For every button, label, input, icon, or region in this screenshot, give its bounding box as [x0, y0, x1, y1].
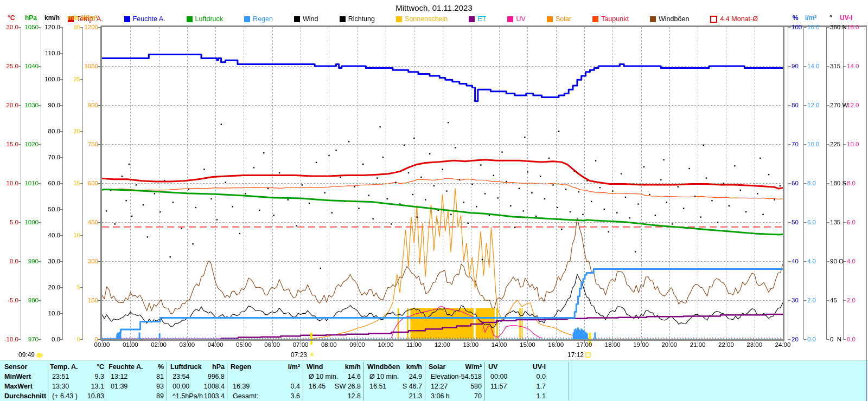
axis-tick-label: 1030 [15, 102, 39, 108]
legend-item: 4.4 Monat-Ø [710, 15, 757, 23]
legend-color-swatch [187, 16, 193, 22]
legend-item: Solar [547, 15, 571, 23]
x-axis-hour-label: 13:00 [459, 341, 483, 348]
x-axis-hour-label: 19:00 [629, 341, 653, 348]
axis-tick-label: 8.0 [847, 180, 856, 186]
axis-tick-label: 50 [792, 219, 799, 225]
legend-item: Wind [294, 15, 318, 23]
legend-item: Richtung [340, 15, 375, 23]
table-cell-value: 9.3 [50, 373, 104, 380]
axis-tick-label: 980 [15, 297, 39, 303]
axis-unit-header: UV-I [840, 14, 852, 22]
x-axis-hour-label: 17:00 [572, 341, 596, 348]
table-row-header: Sensor [4, 363, 27, 371]
axis-tick-label: 450 [74, 219, 98, 225]
axis-tick-label: 30 [792, 297, 799, 303]
table-column-separator [363, 362, 364, 400]
axis-tick-label: 0.0 [807, 337, 816, 342]
x-axis-hour-label: 24:00 [771, 341, 795, 348]
axis-tick-label: 20 [56, 128, 80, 134]
axis-tick-label: 45 [830, 297, 837, 303]
x-axis-hour-label: 18:00 [601, 341, 624, 348]
axis-tick-label: 4.0 [847, 258, 856, 264]
x-axis-hour-label: 09:00 [346, 341, 369, 348]
axis-tick-label: 12.0 [807, 102, 819, 108]
axis-tick-label: 1200 [74, 24, 98, 30]
axis-tick-label: 270 W [830, 102, 848, 108]
legend-item-label: Regen [253, 15, 273, 23]
axis-tick-label: 0 N [830, 337, 841, 342]
table-cell-value: SW 26.8 [307, 383, 361, 390]
legend-color-swatch [244, 16, 250, 22]
x-axis-hour-label: 11:00 [402, 341, 426, 348]
table-cell-value: 1.1 [488, 392, 546, 400]
table-column-separator [48, 362, 48, 400]
table-cell-value: 996.8 [170, 373, 225, 380]
x-axis-hour-label: 05:00 [232, 341, 256, 348]
moon-icon [36, 353, 43, 358]
axis-tick-label: 30.0 [36, 258, 60, 264]
axis-tick-label: 16.0 [847, 24, 859, 30]
axis-tick-label: 135 [830, 219, 840, 225]
moonrise-time: 09:49 [18, 351, 35, 359]
x-axis-hour-label: 06:00 [260, 341, 284, 348]
table-sensor-unit: km/h [307, 363, 361, 371]
table-sensor-unit: hPa [170, 363, 225, 371]
table-column-separator [105, 362, 105, 400]
legend-item-label: Richtung [348, 15, 375, 23]
legend-item-label: Feuchte A. [133, 15, 165, 23]
table-column-separator [425, 362, 425, 400]
axis-unit-header: ° [829, 14, 832, 22]
axis-tick-label: 16.0 [807, 24, 819, 30]
axis-tick-label: 50.0 [36, 206, 60, 212]
axis-tick-label: 90.0 [36, 102, 60, 108]
table-cell-value: 1008.4 [170, 383, 225, 390]
table-cell-value: 70 [429, 392, 482, 400]
axis-tick-label: 300 [74, 258, 98, 264]
legend-item: Sonnenschein [396, 15, 448, 23]
legend-color-swatch [294, 16, 300, 22]
table-cell-value: -54.518 [429, 373, 482, 380]
table-row-header: MinWert [4, 373, 31, 380]
legend-color-swatch [396, 16, 402, 22]
axis-tick-label: 70.0 [36, 154, 60, 160]
x-axis-hour-label: 02:00 [147, 341, 171, 348]
weather-chart-canvas[interactable] [0, 0, 868, 401]
legend-item: UV [507, 15, 525, 23]
axis-unit-header: °C [8, 14, 15, 22]
table-cell-value: 580 [429, 383, 482, 390]
table-sensor-unit: % [108, 363, 164, 371]
legend-item-label: Luftdruck [195, 15, 223, 23]
legend-item-label: Taupunkt [601, 15, 629, 23]
axis-tick-label: 1020 [15, 141, 39, 147]
x-axis-hour-label: 22:00 [714, 341, 738, 348]
table-cell-value: 14.6 [307, 373, 361, 380]
x-axis-hour-label: 15:00 [515, 341, 539, 348]
axis-tick-label: 10 [56, 232, 80, 238]
table-cell-value: 89 [108, 392, 164, 400]
axis-tick-label: 1040 [15, 63, 39, 69]
legend-item: Taupunkt [592, 15, 629, 23]
moonrise-annotation: 09:49 [18, 351, 43, 359]
axis-tick-label: 750 [74, 141, 98, 147]
axis-tick-label: 360 N [830, 24, 847, 30]
legend-item-label: Windböen [659, 15, 689, 23]
sunrise-annotation: 07:23 ☀ [291, 351, 315, 359]
table-sensor-unit: UV-I [488, 363, 546, 371]
x-axis-hour-label: 04:00 [203, 341, 227, 348]
legend-item: Windböen [650, 15, 689, 23]
axis-tick-label: 2.0 [807, 297, 816, 303]
axis-tick-label: 315 [830, 63, 840, 69]
table-cell-value: 21.3 [367, 392, 422, 400]
page-title: Mittwoch, 01.11.2023 [0, 3, 868, 12]
x-axis-hour-label: 14:00 [487, 341, 511, 348]
axis-tick-label: 990 [15, 258, 39, 264]
axis-tick-label: 70 [792, 141, 799, 147]
axis-tick-label: 150 [74, 297, 98, 303]
legend-item-label: Wind [303, 15, 318, 23]
table-cell-value: 0.4 [231, 383, 300, 390]
axis-tick-label: 970 [15, 337, 39, 342]
sun-icon: ☀ [309, 352, 315, 358]
axis-tick-label: 14.0 [847, 63, 859, 69]
legend-item-label: 4.4 Monat-Ø [720, 15, 757, 23]
